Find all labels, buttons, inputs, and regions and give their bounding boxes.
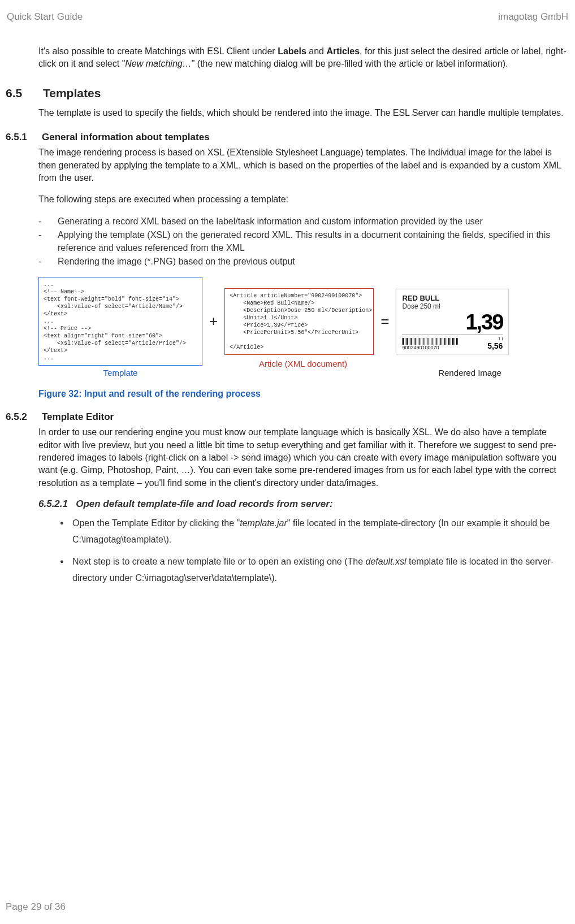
render-price: 1,39 bbox=[402, 310, 503, 335]
intro-bold-labels: Labels bbox=[278, 46, 306, 56]
templates-intro-para: The template is used to specify the fiel… bbox=[38, 107, 569, 119]
render-barcode-number: 9002490100070 bbox=[402, 345, 459, 350]
intro-italic-newmatching: New matching… bbox=[125, 59, 191, 68]
step-2: Applying the template (XSL) on the gener… bbox=[58, 229, 569, 254]
b1-italic: template.jar bbox=[240, 518, 287, 528]
b1-pre: Open the Template Editor by clicking the… bbox=[72, 518, 240, 528]
subsection-title-general-info: General information about templates bbox=[42, 132, 210, 143]
bullet-step-1: Open the Template Editor by clicking the… bbox=[60, 515, 569, 548]
render-unit: 1 l bbox=[487, 336, 503, 341]
step-3: Rendering the image (*.PNG) based on the… bbox=[58, 255, 295, 268]
intro-paragraph: It's also possible to create Matchings w… bbox=[38, 45, 569, 71]
open-template-steps: Open the Template Editor by clicking the… bbox=[38, 515, 569, 586]
diagram-label-article: Article (XML document) bbox=[228, 359, 378, 368]
rendered-image-preview: RED BULL Dose 250 ml 1,39 9002490100070 … bbox=[396, 289, 509, 354]
diagram-label-template: Template bbox=[38, 368, 202, 378]
page-footer: Page 29 of 36 bbox=[6, 901, 66, 913]
plus-symbol: + bbox=[209, 313, 218, 330]
processing-steps-list: Generating a record XML based on the lab… bbox=[38, 215, 569, 268]
intro-pre: It's also possible to create Matchings w… bbox=[38, 46, 278, 56]
step-1: Generating a record XML based on the lab… bbox=[58, 215, 483, 228]
subsection-number-6-5-2: 6.5.2 bbox=[6, 411, 33, 423]
rendering-diagram: ... <!-- Name--> <text font-weight="bold… bbox=[38, 277, 569, 366]
subsub-num: 6.5.2.1 bbox=[38, 498, 68, 509]
header-left: Quick Start Guide bbox=[7, 11, 83, 23]
template-editor-para: In order to use our rendering engine you… bbox=[38, 426, 569, 489]
intro-bold-articles: Articles bbox=[326, 46, 360, 56]
render-product-desc: Dose 250 ml bbox=[402, 302, 503, 310]
bullet-step-2: Next step is to create a new template fi… bbox=[60, 554, 569, 587]
diagram-label-rendered: Rendered Image bbox=[410, 368, 529, 378]
render-product-name: RED BULL bbox=[402, 294, 503, 302]
template-code-box: ... <!-- Name--> <text font-weight="bold… bbox=[38, 277, 202, 366]
general-info-p2: The following steps are executed when pr… bbox=[38, 193, 569, 206]
render-barcode bbox=[402, 338, 459, 345]
equals-symbol: = bbox=[381, 313, 389, 330]
article-code-box: <Article articleNumber="9002490100070"> … bbox=[224, 288, 374, 355]
general-info-p1: The image rendering process is based on … bbox=[38, 146, 569, 184]
intro-mid1: and bbox=[306, 46, 327, 56]
section-number-6-5: 6.5 bbox=[6, 86, 29, 100]
subsection-number-6-5-1: 6.5.1 bbox=[6, 132, 33, 143]
section-title-templates: Templates bbox=[43, 86, 101, 100]
subsub-title: Open default template-file and load reco… bbox=[76, 498, 332, 509]
header-right: imagotag GmbH bbox=[498, 11, 568, 23]
subsection-title-template-editor: Template Editor bbox=[42, 411, 114, 423]
figure-caption-32: Figure 32: Input and result of the rende… bbox=[38, 389, 569, 399]
intro-post: " (the new matching dialog will be pre-f… bbox=[192, 59, 508, 68]
b2-italic: default.xsl bbox=[366, 557, 407, 566]
render-price-per-unit: 5,56 bbox=[487, 341, 503, 350]
b2-pre: Next step is to create a new template fi… bbox=[72, 557, 366, 566]
subsubsection-6-5-2-1: 6.5.2.1 Open default template-file and l… bbox=[38, 498, 569, 510]
